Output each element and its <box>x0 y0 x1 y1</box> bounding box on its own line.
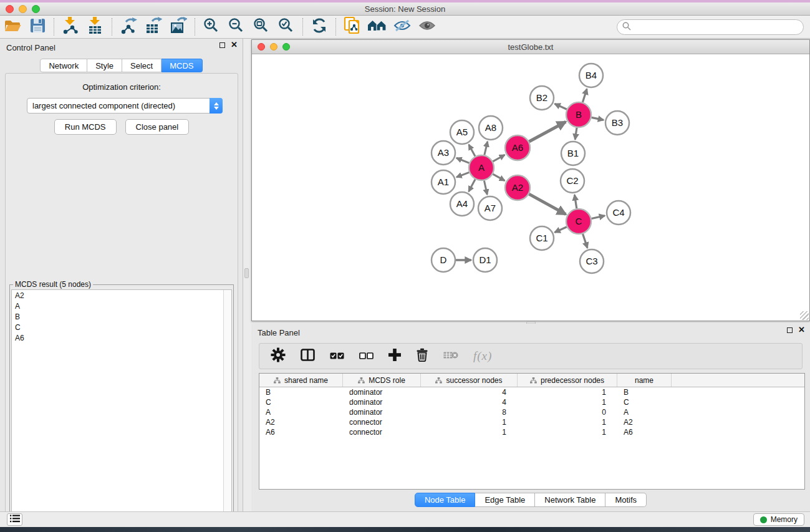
import-network-button[interactable] <box>58 17 83 37</box>
first-neighbors-button[interactable] <box>365 17 390 37</box>
cell-shared-name[interactable]: A2 <box>259 418 343 427</box>
cell-MCDS-role[interactable]: dominator <box>343 398 421 407</box>
graph-node-A4[interactable]: A4 <box>450 192 474 216</box>
split-table-button[interactable] <box>301 349 315 364</box>
cell-successor-nodes[interactable]: 4 <box>421 388 518 397</box>
deselect-all-button[interactable] <box>359 351 374 362</box>
table-row-a[interactable]: Adominator80A <box>259 407 804 417</box>
graph-node-A[interactable]: A <box>469 155 494 180</box>
open-session-button[interactable] <box>0 17 25 37</box>
graph-node-C3[interactable]: C3 <box>580 249 604 273</box>
table-row-b[interactable]: Bdominator41B <box>259 387 804 397</box>
memory-button[interactable]: Memory <box>753 513 804 526</box>
graph-node-A8[interactable]: A8 <box>479 116 503 140</box>
select-all-button[interactable] <box>330 351 344 362</box>
graph-node-C[interactable]: C <box>566 209 591 234</box>
export-network-button[interactable] <box>116 17 141 37</box>
close-panel-button[interactable]: Close panel <box>125 119 190 135</box>
float-panel-icon[interactable] <box>219 42 225 48</box>
result-item-c[interactable]: C <box>12 322 231 332</box>
graph-edge-B-B3[interactable] <box>592 117 604 120</box>
result-item-a2[interactable]: A2 <box>12 290 231 301</box>
column-header-predecessor-nodes[interactable]: predecessor nodes <box>518 374 617 387</box>
graph-node-A1[interactable]: A1 <box>432 170 455 194</box>
refresh-button[interactable] <box>307 17 332 37</box>
delete-rows-button[interactable] <box>416 348 428 364</box>
graph-edge-C-C3[interactable] <box>583 234 587 248</box>
window-resize-grip[interactable] <box>800 311 809 320</box>
cell-shared-name[interactable]: A <box>259 408 343 417</box>
graph-node-A6[interactable]: A6 <box>505 135 530 160</box>
graph-edge-A-A6[interactable] <box>493 155 504 162</box>
graph-node-D[interactable]: D <box>432 248 455 272</box>
cell-shared-name[interactable]: C <box>259 398 343 407</box>
tab-motifs[interactable]: Motifs <box>605 493 647 507</box>
graph-edge-B-B2[interactable] <box>554 104 566 109</box>
table-row-a2[interactable]: A2connector11A2 <box>259 417 804 427</box>
tab-mcds[interactable]: MCDS <box>162 59 202 72</box>
result-item-a6[interactable]: A6 <box>12 332 231 343</box>
graph-edge-A-A3[interactable] <box>456 158 470 163</box>
cell-shared-name[interactable]: A6 <box>259 428 343 437</box>
cell-name[interactable]: C <box>617 398 672 407</box>
cell-MCDS-role[interactable]: dominator <box>343 408 421 417</box>
mcds-result-list[interactable]: A2ABCA6 <box>11 289 232 532</box>
cell-successor-nodes[interactable]: 8 <box>421 408 518 417</box>
run-mcds-button[interactable]: Run MCDS <box>54 119 117 135</box>
zoom-in-button[interactable] <box>199 17 224 37</box>
zoom-out-button[interactable] <box>224 17 249 37</box>
cell-predecessor-nodes[interactable]: 1 <box>518 428 617 437</box>
tab-select[interactable]: Select <box>122 59 162 72</box>
graph-node-A5[interactable]: A5 <box>450 120 474 144</box>
save-session-button[interactable] <box>25 17 50 37</box>
graph-edge-B-B4[interactable] <box>582 89 587 102</box>
tab-network-table[interactable]: Network Table <box>535 493 605 507</box>
close-panel-icon[interactable]: ✕ <box>231 42 238 48</box>
network-from-selection-button[interactable] <box>340 17 365 37</box>
table-row-c[interactable]: Cdominator41C <box>259 397 804 407</box>
show-graphics-details-button[interactable] <box>415 17 440 37</box>
cell-name[interactable]: A <box>617 408 672 417</box>
import-table-button[interactable] <box>83 17 108 37</box>
zoom-selected-button[interactable] <box>274 17 299 37</box>
export-table-button[interactable] <box>141 17 166 37</box>
graph-node-B2[interactable]: B2 <box>530 86 554 110</box>
result-list-scrollbar[interactable] <box>223 290 231 532</box>
graph-edge-A-A4[interactable] <box>469 180 475 192</box>
result-item-b[interactable]: B <box>12 311 231 322</box>
cell-successor-nodes[interactable]: 1 <box>421 418 518 427</box>
cell-shared-name[interactable]: B <box>259 388 343 397</box>
zoom-fit-button[interactable] <box>249 17 274 37</box>
search-input[interactable] <box>634 22 803 32</box>
tab-network[interactable]: Network <box>40 59 87 72</box>
cell-successor-nodes[interactable]: 4 <box>421 398 518 407</box>
network-canvas[interactable]: B4B2BB3A8A5A6A3B1AC2A1A2A4A7C4CC1DD1C3 <box>252 54 809 321</box>
graph-edge-B-B1[interactable] <box>575 128 577 140</box>
export-image-button[interactable] <box>166 17 191 37</box>
cell-MCDS-role[interactable]: connector <box>343 428 421 437</box>
graph-node-A2[interactable]: A2 <box>505 175 530 200</box>
search-field[interactable] <box>617 19 804 35</box>
graph-edge-A6-B[interactable] <box>529 122 566 142</box>
graph-edge-C-C2[interactable] <box>574 195 576 208</box>
graph-node-B3[interactable]: B3 <box>605 111 629 135</box>
graph-node-C4[interactable]: C4 <box>607 201 630 225</box>
graph-edge-A-A8[interactable] <box>485 142 488 155</box>
graph-node-B1[interactable]: B1 <box>561 142 585 165</box>
graph-node-C2[interactable]: C2 <box>561 169 584 193</box>
column-header-MCDS-role[interactable]: MCDS role <box>343 374 421 387</box>
graph-node-B4[interactable]: B4 <box>579 64 603 87</box>
graph-edge-A-A1[interactable] <box>456 172 469 177</box>
result-item-a[interactable]: A <box>12 301 231 311</box>
graph-node-D1[interactable]: D1 <box>473 248 497 272</box>
graph-edge-A-A2[interactable] <box>493 174 504 181</box>
column-header-successor-nodes[interactable]: successor nodes <box>421 374 518 387</box>
float-table-panel-icon[interactable] <box>787 327 793 333</box>
graph-edge-A2-C[interactable] <box>529 194 566 215</box>
hide-graphics-details-button[interactable] <box>390 17 415 37</box>
graph-node-B[interactable]: B <box>566 102 591 127</box>
table-row-a6[interactable]: A6connector11A6 <box>259 427 804 437</box>
cell-name[interactable]: A2 <box>617 418 672 427</box>
close-table-panel-icon[interactable]: ✕ <box>798 327 805 333</box>
graph-node-A7[interactable]: A7 <box>478 196 502 220</box>
